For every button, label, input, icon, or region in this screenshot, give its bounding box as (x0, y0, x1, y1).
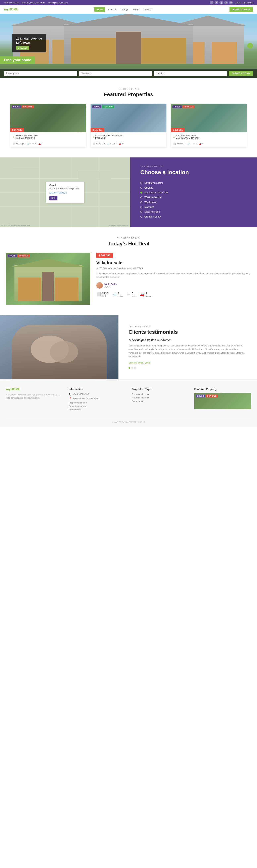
agent-info: Maria Smith Agent (104, 283, 117, 288)
location-item-san-francisco[interactable]: San Francisco (140, 210, 249, 214)
location-dot-washington (140, 201, 142, 203)
property-card-3[interactable]: HOUSE FOR SALE $ 375 255 ⌂ 4067 Wolf Pen… (171, 104, 247, 147)
top-bar-right: f t g p in LOGIN / REGISTER (210, 1, 253, 4)
location-item-west-hollywood[interactable]: West Hollywood (140, 195, 249, 200)
location-item-miami[interactable]: Downtown Miami (140, 181, 249, 185)
map-overlay: Google 此页面无法正确加载 Google 地图。 您是否拥有此网站？ 确定 (46, 182, 84, 203)
garages-3: 🚗 1 (199, 143, 203, 145)
map-right: THE BEST DEALS Choose a location Downtow… (130, 157, 257, 227)
hero-price: $ 462,900 (16, 46, 29, 50)
footer-prop-link-1[interactable]: Properties for sale (131, 393, 188, 396)
testimonials-content: THE BEST DEALS Clients testimonials "The… (119, 315, 257, 379)
agent-row: Maria Smith Agent (96, 282, 251, 288)
garages-value: 2 (146, 292, 153, 295)
map-copyright-right: For development purpose only (108, 224, 129, 226)
agent-avatar (96, 282, 103, 288)
hot-deal-title: Today's Hot Deal (6, 241, 251, 247)
nav-contact[interactable]: Contact (141, 7, 154, 12)
garage-icon-1: 🚗 (38, 143, 41, 145)
hot-deal-content: HOUSE FOR SALE $ 562 346 Villa for sale … (6, 253, 251, 305)
tag-rent-2: FOR RENT (102, 105, 114, 108)
address-icon-2: ⌂ (93, 135, 94, 138)
location-input[interactable] (154, 71, 227, 76)
nav-about[interactable]: About us (105, 7, 119, 12)
testimonials-dots (129, 367, 247, 369)
beds-value: 5 (132, 292, 136, 295)
property-card-1[interactable]: HOUSE FOR SALE $ 217 346 ⌂ 280 Doe Meado… (10, 104, 86, 147)
footer-info-link-3[interactable]: Commercial (69, 408, 126, 411)
tag-sale-1: FOR SALE (22, 105, 34, 108)
testimonials-section: THE BEST DEALS Clients testimonials "The… (0, 315, 257, 379)
bed-icon-2: 🛏 (113, 143, 115, 145)
nav-news[interactable]: News (131, 7, 141, 12)
twitter-icon[interactable]: t (215, 1, 218, 4)
footer-prop-link-2[interactable]: Properties for sale (131, 397, 188, 399)
nav-home[interactable]: Home (94, 7, 105, 12)
baths-value: 2 (118, 292, 123, 295)
location-dot-miami (140, 182, 142, 184)
location-item-chicago[interactable]: Chicago (140, 185, 249, 190)
testimonials-image (0, 315, 119, 379)
address-icon-1: ⌂ (13, 135, 14, 138)
testi-dot-1[interactable] (129, 367, 130, 369)
baths-3: 🛁 2 (187, 143, 191, 145)
sqft-icon-3: ⬜ (173, 143, 176, 145)
testi-dot-2[interactable] (131, 367, 133, 369)
map-google-link[interactable]: 您是否拥有此网站？ (50, 192, 81, 194)
footer-tag-sale: FOR SALE (206, 395, 218, 398)
hot-deal-address: ⌂ 280 Doe Meadow Drive Landover, MD 2078… (96, 267, 251, 270)
testimonials-text: Nulla aliquet bibendum sem, non placerat… (129, 344, 247, 358)
tag-row-3: HOUSE FOR SALE (172, 105, 195, 108)
search-submit-button[interactable]: SUBMIT LISTING (229, 71, 253, 76)
stat-beds: 🛏 5 beds (127, 292, 136, 297)
logo: myHOME (4, 8, 18, 11)
footer-contact-address: 📍 Main Str, no 23, New York (69, 397, 126, 400)
bed-icon-1: 🛏 (33, 143, 35, 145)
sqft-icon-1: ⬜ (13, 143, 15, 145)
testimonials-title: Clients testimonials (129, 329, 247, 335)
map-confirm-button[interactable]: 确定 (50, 196, 57, 200)
testi-dot-3[interactable] (134, 367, 136, 369)
baths-1: 🛁 2 (27, 143, 31, 145)
location-dot-orange-county (140, 216, 142, 218)
footer-info-link-2[interactable]: Properties for rent (69, 405, 126, 407)
rooms-input[interactable] (79, 71, 152, 76)
sqft-2: ⬜ 1234 sq ft (93, 143, 105, 145)
testimonials-author-role: Client (145, 362, 150, 364)
bath-stat-icon: 🛁 (112, 292, 117, 297)
beds-3: 🛏 4 (193, 143, 197, 145)
login-register-link[interactable]: LOGIN / REGISTER (235, 2, 253, 4)
linkedin-icon[interactable]: in (229, 1, 233, 4)
pinterest-icon[interactable]: p (224, 1, 228, 4)
agent-name: Maria Smith (104, 283, 117, 285)
location-item-orange-county[interactable]: Orange County (140, 214, 249, 219)
property-card-2[interactable]: HOUSE FOR RENT $ 515 997 ⌂ 4812 Haul Roa… (90, 104, 167, 147)
phone-icon: 📞 (69, 393, 72, 396)
hot-deal-section: THE BEST DEALS Today's Hot Deal HOUSE FO… (0, 227, 257, 315)
map-copyright: Fix de... For development purpose only (1, 224, 30, 226)
location-item-maryland[interactable]: Maryland (140, 205, 249, 210)
sqft-value: 1234 (102, 292, 108, 295)
google-icon[interactable]: g (220, 1, 223, 4)
facebook-icon[interactable]: f (210, 1, 214, 4)
location-item-manhattan[interactable]: Manhattan - New York (140, 190, 249, 195)
map-left: Google 此页面无法正确加载 Google 地图。 您是否拥有此网站？ 确定… (0, 157, 130, 227)
property-image-1: HOUSE FOR SALE $ 217 346 (10, 104, 86, 132)
property-details-2: ⬜ 1234 sq ft 🛁 2 🛏 5 🚗 2 (93, 141, 164, 145)
footer-prop-link-3[interactable]: Commercial (131, 400, 188, 402)
address-icon-3: ⌂ (173, 135, 175, 138)
submit-listing-button[interactable]: SUBMIT LISTING (229, 7, 253, 12)
footer-info-title: Information (69, 388, 126, 391)
bath-icon-3: 🛁 (187, 143, 190, 145)
location-label-orange-county: Orange County (144, 215, 161, 218)
location-item-washington[interactable]: Washington (140, 200, 249, 205)
nav-listings[interactable]: Listings (119, 7, 131, 12)
property-type-input[interactable] (4, 71, 77, 76)
footer-featured-col: Featured Property HOUSE FOR SALE (194, 388, 251, 412)
map-location-section: Google 此页面无法正确加载 Google 地图。 您是否拥有此网站？ 确定… (0, 157, 257, 227)
beds-2: 🛏 5 (113, 143, 117, 145)
hot-deal-tag-sale: FOR SALE (18, 254, 30, 257)
hero-find-title: Find your home (0, 56, 35, 64)
footer-info-link-1[interactable]: Properties for sale (69, 401, 126, 404)
location-icon: 📍 (69, 397, 72, 400)
